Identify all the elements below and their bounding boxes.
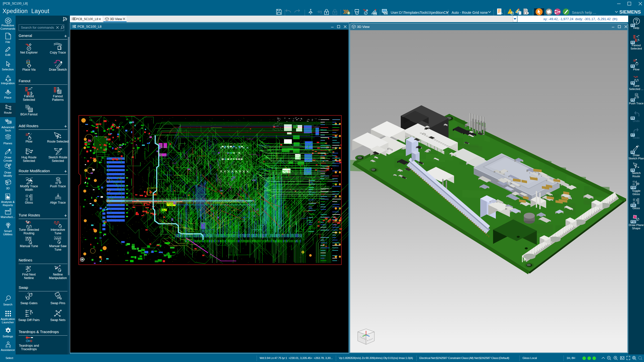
svg-text:!: ! [510, 10, 511, 13]
